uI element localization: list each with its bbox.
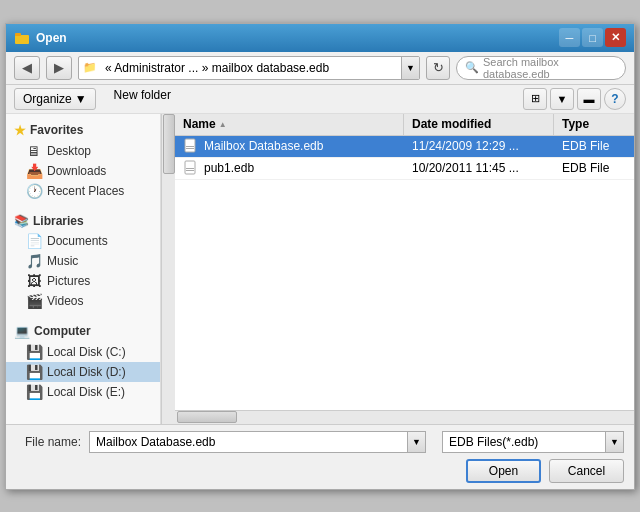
open-dialog: Open ─ □ ✕ ◀ ▶ 📁 « Administrator ... » m…	[5, 23, 635, 490]
view-button[interactable]: ⊞	[523, 88, 547, 110]
address-bar-path: « Administrator ... » mailbox database.e…	[101, 61, 401, 75]
view-dropdown-button[interactable]: ▼	[550, 88, 574, 110]
sort-icon: ▲	[219, 120, 227, 129]
address-dropdown-button[interactable]: ▼	[401, 57, 419, 79]
main-area: ★ Favorites 🖥 Desktop 📥 Downloads 🕐 Rece…	[6, 114, 634, 424]
svg-rect-3	[186, 146, 194, 147]
file-name-cell: pub1.edb	[175, 158, 404, 179]
sidebar-scrollbar[interactable]	[161, 114, 175, 424]
sidebar-scrollbar-thumb[interactable]	[163, 114, 175, 174]
computer-label: Computer	[34, 324, 91, 338]
svg-rect-7	[186, 170, 194, 171]
documents-label: Documents	[47, 234, 108, 248]
col-date-header[interactable]: Date modified	[404, 114, 554, 135]
libraries-section[interactable]: 📚 Libraries	[6, 211, 160, 231]
file-date-0: 11/24/2009 12:29 ...	[404, 136, 554, 157]
col-type-header[interactable]: Type	[554, 114, 634, 135]
svg-rect-0	[15, 35, 29, 44]
pictures-label: Pictures	[47, 274, 90, 288]
sidebar-item-local-disk-c[interactable]: 💾 Local Disk (C:)	[6, 342, 160, 362]
libraries-icon: 📚	[14, 214, 29, 228]
computer-icon: 💻	[14, 324, 30, 339]
sidebar-item-recent-places[interactable]: 🕐 Recent Places	[6, 181, 160, 201]
title-bar-controls: ─ □ ✕	[559, 28, 626, 47]
sidebar: ★ Favorites 🖥 Desktop 📥 Downloads 🕐 Rece…	[6, 114, 161, 424]
sidebar-item-local-disk-d[interactable]: 💾 Local Disk (D:)	[6, 362, 160, 382]
cancel-button[interactable]: Cancel	[549, 459, 624, 483]
bottom-bar: File name: ▼ ▼ Open Cancel	[6, 424, 634, 489]
svg-rect-4	[186, 148, 194, 149]
edb-file-icon-1	[183, 160, 199, 176]
filename-input-container: ▼	[89, 431, 426, 453]
organize-button[interactable]: Organize ▼	[14, 88, 96, 110]
filename-input[interactable]	[89, 431, 408, 453]
title-bar-left: Open	[14, 30, 67, 46]
disk-c-icon: 💾	[26, 344, 42, 360]
downloads-icon: 📥	[26, 163, 42, 179]
sidebar-item-pictures[interactable]: 🖼 Pictures	[6, 271, 160, 291]
toolbar2-right: ⊞ ▼ ▬ ?	[523, 88, 626, 110]
search-icon: 🔍	[465, 61, 479, 74]
maximize-button[interactable]: □	[582, 28, 603, 47]
filetype-input[interactable]	[442, 431, 606, 453]
local-disk-e-label: Local Disk (E:)	[47, 385, 125, 399]
music-icon: 🎵	[26, 253, 42, 269]
secondary-toolbar: Organize ▼ New folder ⊞ ▼ ▬ ?	[6, 85, 634, 114]
preview-button[interactable]: ▬	[577, 88, 601, 110]
search-box[interactable]: 🔍 Search mailbox database.edb	[456, 56, 626, 80]
minimize-button[interactable]: ─	[559, 28, 580, 47]
refresh-button[interactable]: ↻	[426, 56, 450, 80]
sidebar-item-downloads[interactable]: 📥 Downloads	[6, 161, 160, 181]
h-scrollbar-thumb[interactable]	[177, 411, 237, 423]
address-bar-icon: 📁	[79, 61, 101, 74]
search-placeholder: Search mailbox database.edb	[483, 56, 617, 80]
open-button[interactable]: Open	[466, 459, 541, 483]
col-name-label: Name	[183, 117, 216, 131]
file-name-1: pub1.edb	[204, 161, 254, 175]
address-bar[interactable]: 📁 « Administrator ... » mailbox database…	[78, 56, 420, 80]
dialog-title: Open	[36, 31, 67, 45]
sidebar-item-music[interactable]: 🎵 Music	[6, 251, 160, 271]
close-button[interactable]: ✕	[605, 28, 626, 47]
local-disk-c-label: Local Disk (C:)	[47, 345, 126, 359]
forward-button[interactable]: ▶	[46, 56, 72, 80]
sidebar-item-local-disk-e[interactable]: 💾 Local Disk (E:)	[6, 382, 160, 402]
file-list: Mailbox Database.edb 11/24/2009 12:29 ..…	[175, 136, 634, 410]
file-name-cell: Mailbox Database.edb	[175, 136, 404, 157]
horizontal-scrollbar[interactable]	[175, 410, 634, 424]
buttons-row: Open Cancel	[16, 459, 624, 483]
table-row[interactable]: Mailbox Database.edb 11/24/2009 12:29 ..…	[175, 136, 634, 158]
favorites-section[interactable]: ★ Favorites	[6, 120, 160, 141]
recent-places-label: Recent Places	[47, 184, 124, 198]
favorites-label: Favorites	[30, 123, 83, 137]
table-row[interactable]: pub1.edb 10/20/2011 11:45 ... EDB File	[175, 158, 634, 180]
file-type-1: EDB File	[554, 158, 634, 179]
videos-label: Videos	[47, 294, 83, 308]
filename-dropdown-button[interactable]: ▼	[408, 431, 426, 453]
file-name-0: Mailbox Database.edb	[204, 139, 323, 153]
new-folder-button[interactable]: New folder	[106, 88, 179, 110]
sidebar-item-documents[interactable]: 📄 Documents	[6, 231, 160, 251]
content-area: Name ▲ Date modified Type	[175, 114, 634, 424]
local-disk-d-label: Local Disk (D:)	[47, 365, 126, 379]
filetype-dropdown-button[interactable]: ▼	[606, 431, 624, 453]
filename-row: File name: ▼ ▼	[16, 431, 624, 453]
disk-e-icon: 💾	[26, 384, 42, 400]
documents-icon: 📄	[26, 233, 42, 249]
svg-rect-5	[185, 161, 195, 174]
computer-section[interactable]: 💻 Computer	[6, 321, 160, 342]
favorites-icon: ★	[14, 123, 26, 138]
svg-rect-6	[186, 168, 194, 169]
desktop-icon: 🖥	[26, 143, 42, 159]
help-button[interactable]: ?	[604, 88, 626, 110]
filename-label: File name:	[16, 435, 81, 449]
sidebar-item-desktop[interactable]: 🖥 Desktop	[6, 141, 160, 161]
sidebar-item-videos[interactable]: 🎬 Videos	[6, 291, 160, 311]
disk-d-icon: 💾	[26, 364, 42, 380]
videos-icon: 🎬	[26, 293, 42, 309]
file-type-0: EDB File	[554, 136, 634, 157]
music-label: Music	[47, 254, 78, 268]
col-name-header[interactable]: Name ▲	[175, 114, 404, 135]
col-date-label: Date modified	[412, 117, 491, 131]
back-button[interactable]: ◀	[14, 56, 40, 80]
